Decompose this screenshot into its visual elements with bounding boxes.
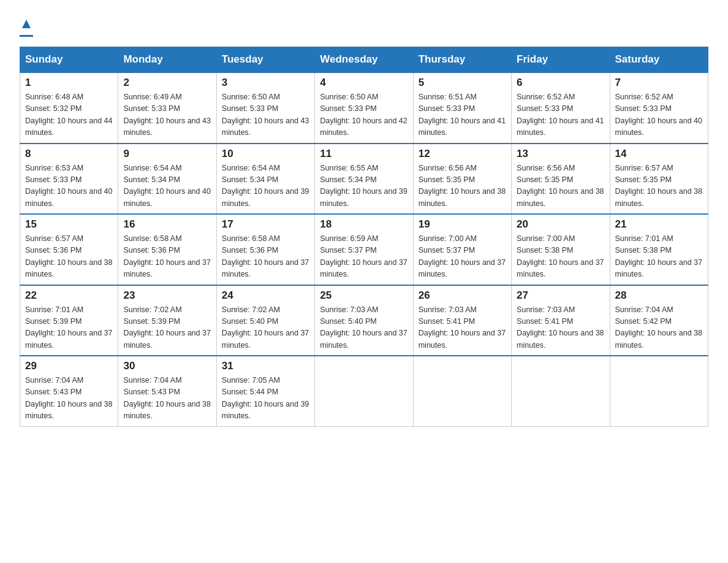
day-number: 31 [222,360,309,372]
day-number: 2 [123,77,211,89]
logo-text [20,15,33,34]
day-number: 23 [123,289,211,302]
day-info: Sunrise: 7:02 AMSunset: 5:40 PMDaylight:… [222,304,309,352]
weekday-header-tuesday: Tuesday [216,47,314,73]
day-info: Sunrise: 7:03 AMSunset: 5:41 PMDaylight:… [517,304,604,352]
logo [20,15,33,37]
calendar-cell: 2 Sunrise: 6:49 AMSunset: 5:33 PMDayligh… [118,72,216,144]
calendar-cell: 25 Sunrise: 7:03 AMSunset: 5:40 PMDaylig… [315,285,413,356]
week-row-4: 22 Sunrise: 7:01 AMSunset: 5:39 PMDaylig… [20,285,708,356]
header [20,15,708,37]
calendar-cell: 15 Sunrise: 6:57 AMSunset: 5:36 PMDaylig… [20,214,118,285]
weekday-header-row: SundayMondayTuesdayWednesdayThursdayFrid… [20,47,708,73]
calendar-cell [512,356,610,426]
calendar-cell: 12 Sunrise: 6:56 AMSunset: 5:35 PMDaylig… [413,144,511,215]
day-info: Sunrise: 6:56 AMSunset: 5:35 PMDaylight:… [419,163,506,210]
day-number: 26 [419,289,506,302]
week-row-5: 29 Sunrise: 7:04 AMSunset: 5:43 PMDaylig… [20,356,708,426]
calendar-cell: 22 Sunrise: 7:01 AMSunset: 5:39 PMDaylig… [20,285,118,356]
day-number: 25 [320,289,408,302]
weekday-header-friday: Friday [512,47,610,73]
day-info: Sunrise: 6:55 AMSunset: 5:34 PMDaylight:… [320,163,408,210]
calendar-cell: 29 Sunrise: 7:04 AMSunset: 5:43 PMDaylig… [20,356,118,426]
day-number: 11 [320,148,408,160]
day-info: Sunrise: 7:02 AMSunset: 5:39 PMDaylight:… [123,304,211,352]
calendar-cell: 3 Sunrise: 6:50 AMSunset: 5:33 PMDayligh… [216,72,314,144]
day-info: Sunrise: 6:52 AMSunset: 5:33 PMDaylight:… [615,91,703,139]
day-info: Sunrise: 6:58 AMSunset: 5:36 PMDaylight:… [222,233,309,281]
day-info: Sunrise: 6:56 AMSunset: 5:35 PMDaylight:… [517,163,604,210]
weekday-header-saturday: Saturday [610,47,708,73]
day-number: 10 [222,148,309,160]
day-number: 8 [25,148,113,160]
day-info: Sunrise: 6:57 AMSunset: 5:36 PMDaylight:… [25,233,113,281]
day-info: Sunrise: 7:03 AMSunset: 5:41 PMDaylight:… [419,304,506,352]
calendar-cell [610,356,708,426]
day-info: Sunrise: 6:53 AMSunset: 5:33 PMDaylight:… [25,163,113,210]
day-info: Sunrise: 7:03 AMSunset: 5:40 PMDaylight:… [320,304,408,352]
day-info: Sunrise: 7:05 AMSunset: 5:44 PMDaylight:… [222,375,309,423]
day-info: Sunrise: 6:49 AMSunset: 5:33 PMDaylight:… [123,91,211,139]
day-number: 13 [517,148,604,160]
day-number: 1 [25,77,113,89]
day-number: 15 [25,218,113,231]
day-number: 30 [123,360,211,372]
weekday-header-thursday: Thursday [413,47,511,73]
week-row-3: 15 Sunrise: 6:57 AMSunset: 5:36 PMDaylig… [20,214,708,285]
calendar-cell: 10 Sunrise: 6:54 AMSunset: 5:34 PMDaylig… [216,144,314,215]
weekday-header-wednesday: Wednesday [315,47,413,73]
day-info: Sunrise: 6:50 AMSunset: 5:33 PMDaylight:… [222,91,309,139]
calendar-cell: 26 Sunrise: 7:03 AMSunset: 5:41 PMDaylig… [413,285,511,356]
day-number: 12 [419,148,506,160]
calendar-cell: 20 Sunrise: 7:00 AMSunset: 5:38 PMDaylig… [512,214,610,285]
calendar-cell: 19 Sunrise: 7:00 AMSunset: 5:37 PMDaylig… [413,214,511,285]
calendar-cell: 17 Sunrise: 6:58 AMSunset: 5:36 PMDaylig… [216,214,314,285]
calendar-cell: 24 Sunrise: 7:02 AMSunset: 5:40 PMDaylig… [216,285,314,356]
day-number: 3 [222,77,309,89]
day-info: Sunrise: 7:00 AMSunset: 5:38 PMDaylight:… [517,233,604,281]
calendar-cell: 27 Sunrise: 7:03 AMSunset: 5:41 PMDaylig… [512,285,610,356]
day-number: 17 [222,218,309,231]
day-number: 20 [517,218,604,231]
calendar-cell: 8 Sunrise: 6:53 AMSunset: 5:33 PMDayligh… [20,144,118,215]
day-number: 9 [123,148,211,160]
day-number: 16 [123,218,211,231]
day-info: Sunrise: 6:54 AMSunset: 5:34 PMDaylight:… [222,163,309,210]
calendar-cell: 18 Sunrise: 6:59 AMSunset: 5:37 PMDaylig… [315,214,413,285]
day-number: 19 [419,218,506,231]
day-number: 5 [419,77,506,89]
day-number: 14 [615,148,703,160]
day-info: Sunrise: 6:52 AMSunset: 5:33 PMDaylight:… [517,91,604,139]
day-number: 4 [320,77,408,89]
calendar-cell: 4 Sunrise: 6:50 AMSunset: 5:33 PMDayligh… [315,72,413,144]
day-number: 22 [25,289,113,302]
day-number: 28 [615,289,703,302]
calendar-cell: 13 Sunrise: 6:56 AMSunset: 5:35 PMDaylig… [512,144,610,215]
day-number: 18 [320,218,408,231]
weekday-header-sunday: Sunday [20,47,118,73]
calendar-cell: 5 Sunrise: 6:51 AMSunset: 5:33 PMDayligh… [413,72,511,144]
day-info: Sunrise: 6:51 AMSunset: 5:33 PMDaylight:… [419,91,506,139]
svg-marker-0 [22,20,31,28]
day-info: Sunrise: 7:01 AMSunset: 5:38 PMDaylight:… [615,233,703,281]
calendar-cell: 7 Sunrise: 6:52 AMSunset: 5:33 PMDayligh… [610,72,708,144]
day-number: 24 [222,289,309,302]
calendar-cell [413,356,511,426]
day-number: 29 [25,360,113,372]
day-info: Sunrise: 7:01 AMSunset: 5:39 PMDaylight:… [25,304,113,352]
calendar-cell: 14 Sunrise: 6:57 AMSunset: 5:35 PMDaylig… [610,144,708,215]
calendar-cell: 30 Sunrise: 7:04 AMSunset: 5:43 PMDaylig… [118,356,216,426]
calendar-cell [315,356,413,426]
calendar-cell: 31 Sunrise: 7:05 AMSunset: 5:44 PMDaylig… [216,356,314,426]
calendar-cell: 11 Sunrise: 6:55 AMSunset: 5:34 PMDaylig… [315,144,413,215]
calendar-cell: 23 Sunrise: 7:02 AMSunset: 5:39 PMDaylig… [118,285,216,356]
day-info: Sunrise: 7:04 AMSunset: 5:43 PMDaylight:… [25,375,113,423]
day-info: Sunrise: 6:59 AMSunset: 5:37 PMDaylight:… [320,233,408,281]
calendar-cell: 9 Sunrise: 6:54 AMSunset: 5:34 PMDayligh… [118,144,216,215]
week-row-1: 1 Sunrise: 6:48 AMSunset: 5:32 PMDayligh… [20,72,708,144]
calendar-cell: 21 Sunrise: 7:01 AMSunset: 5:38 PMDaylig… [610,214,708,285]
day-info: Sunrise: 7:00 AMSunset: 5:37 PMDaylight:… [419,233,506,281]
day-number: 7 [615,77,703,89]
logo-underline [20,35,33,37]
calendar-cell: 1 Sunrise: 6:48 AMSunset: 5:32 PMDayligh… [20,72,118,144]
